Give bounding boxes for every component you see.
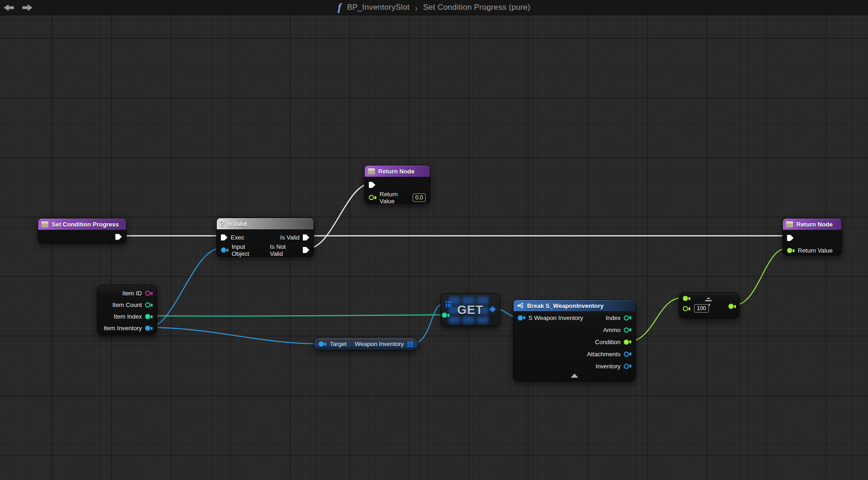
node-set-condition-progress[interactable]: Set Condition Progress bbox=[38, 218, 127, 243]
pin-label: Is Not Valid bbox=[270, 243, 300, 257]
dividend-input-pin[interactable] bbox=[683, 296, 690, 301]
blueprint-graph-canvas[interactable]: Set Condition Progress ? IsValid Exec Is… bbox=[0, 15, 868, 480]
node-divide[interactable]: 100 bbox=[679, 292, 740, 319]
breadcrumb: f BP_InventorySlot › Set Condition Progr… bbox=[338, 1, 530, 13]
node-title: Return Node bbox=[796, 221, 833, 228]
pin-label: Input Object bbox=[232, 243, 263, 257]
divisor-value-input[interactable]: 100 bbox=[694, 304, 709, 313]
node-title: Set Condition Progress bbox=[52, 221, 119, 228]
node-header[interactable]: Return Node bbox=[365, 166, 430, 177]
wire-layer bbox=[0, 15, 868, 480]
node-get-weapon-inventory[interactable]: Target Weapon Inventory bbox=[313, 337, 419, 351]
return-value-pin[interactable] bbox=[787, 248, 795, 253]
exec-input-pin[interactable] bbox=[787, 235, 794, 241]
array-output-pin[interactable] bbox=[407, 341, 413, 347]
pin-label: Index bbox=[606, 314, 621, 321]
target-pin[interactable] bbox=[319, 341, 326, 347]
pin-label: Inventory bbox=[596, 363, 621, 370]
is-valid-output-pin[interactable] bbox=[303, 234, 309, 240]
chevron-right-icon: › bbox=[415, 2, 417, 13]
nav-arrows bbox=[4, 0, 33, 15]
node-title: IsValid bbox=[228, 220, 247, 227]
pin-label: Attachments bbox=[587, 351, 621, 358]
node-break-weapon-inventory[interactable]: Break S_WeaponInventory S Weapon Invento… bbox=[513, 300, 636, 381]
node-return-right[interactable]: Return Node Return Value bbox=[782, 218, 842, 255]
pin-label: Item Count bbox=[112, 301, 142, 308]
is-not-valid-output-pin[interactable] bbox=[303, 247, 309, 253]
pin-label: Item Inventory bbox=[104, 325, 142, 332]
breadcrumb-graph[interactable]: Set Condition Progress (pure) bbox=[423, 3, 530, 12]
pin-label: Item Index bbox=[114, 313, 142, 320]
result-output-pin[interactable] bbox=[728, 304, 736, 309]
input-object-pin[interactable] bbox=[221, 247, 228, 253]
node-return-top[interactable]: Return Node Return Value 0.0 bbox=[364, 165, 430, 204]
node-header[interactable]: Break S_WeaponInventory bbox=[514, 300, 635, 311]
attachments-output-pin[interactable] bbox=[624, 352, 631, 357]
node-header[interactable]: ? IsValid bbox=[217, 218, 314, 229]
return-value-input[interactable]: 0.0 bbox=[413, 193, 426, 202]
pin-label: Ammo bbox=[603, 327, 621, 333]
breadcrumb-blueprint[interactable]: BP_InventorySlot bbox=[347, 3, 410, 12]
divide-icon bbox=[705, 298, 712, 302]
node-isvalid[interactable]: ? IsValid Exec Is Valid Input Object Is … bbox=[216, 218, 314, 257]
struct-input-pin[interactable] bbox=[518, 315, 525, 320]
pin-label: Return Value bbox=[798, 247, 833, 254]
forward-arrow-icon[interactable] bbox=[22, 4, 33, 12]
question-mark-icon: ? bbox=[220, 220, 225, 228]
variable-name: Weapon Inventory bbox=[355, 340, 404, 347]
pin-label: Exec bbox=[231, 234, 244, 241]
item-count-pin[interactable] bbox=[145, 302, 153, 307]
pin-label: Return Value bbox=[380, 191, 409, 205]
wire-exec-isnotvalid-to-returntop bbox=[308, 184, 371, 248]
inventory-output-pin[interactable] bbox=[624, 364, 631, 369]
pin-label: Condition bbox=[595, 339, 621, 346]
exec-input-pin[interactable] bbox=[221, 234, 227, 240]
pin-label: S Weapon Inventory bbox=[528, 314, 583, 321]
node-title: Return Node bbox=[378, 168, 414, 175]
function-entry-icon bbox=[41, 221, 48, 227]
node-header[interactable]: Set Condition Progress bbox=[38, 219, 126, 230]
item-id-pin[interactable] bbox=[145, 291, 153, 296]
item-inventory-pin[interactable] bbox=[145, 326, 153, 331]
wire-divide-to-returnvalue bbox=[733, 248, 787, 306]
pin-label: Item ID bbox=[122, 290, 142, 297]
exec-output-pin[interactable] bbox=[115, 234, 122, 240]
condition-output-pin[interactable] bbox=[624, 340, 631, 345]
return-value-pin[interactable] bbox=[369, 195, 376, 200]
ammo-output-pin[interactable] bbox=[624, 327, 631, 333]
pin-label: Target bbox=[330, 340, 347, 347]
break-struct-icon bbox=[517, 302, 524, 309]
function-icon: f bbox=[338, 1, 341, 13]
node-array-get[interactable]: GET bbox=[441, 293, 500, 327]
return-node-icon bbox=[786, 221, 793, 227]
divisor-input-pin[interactable] bbox=[683, 306, 690, 311]
return-node-icon bbox=[368, 168, 375, 174]
item-index-pin[interactable] bbox=[145, 314, 153, 319]
wire-iteminventory-to-target bbox=[149, 327, 319, 344]
index-output-pin[interactable] bbox=[624, 315, 631, 320]
exec-input-pin[interactable] bbox=[369, 182, 375, 188]
pin-label: Is Valid bbox=[280, 234, 300, 241]
back-arrow-icon[interactable] bbox=[4, 4, 14, 12]
node-title: Break S_WeaponInventory bbox=[527, 302, 603, 309]
node-header[interactable]: Return Node bbox=[783, 219, 841, 230]
node-item-params[interactable]: Item ID Item Count Item Index Item Inven… bbox=[97, 285, 157, 335]
collapse-arrow-icon[interactable] bbox=[571, 373, 578, 378]
wire-itemindex-to-get bbox=[149, 315, 443, 316]
toolbar: f BP_InventorySlot › Set Condition Progr… bbox=[0, 0, 868, 15]
